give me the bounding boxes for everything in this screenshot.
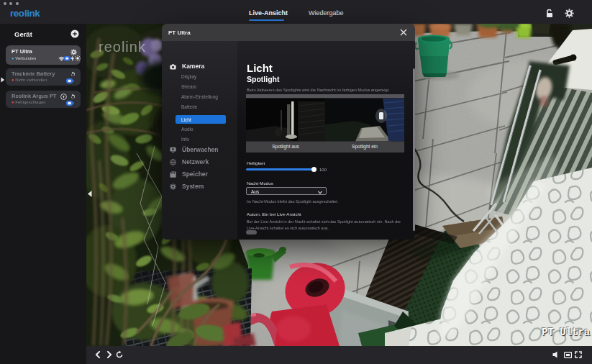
svg-text:Spotlight ein: Spotlight ein — [352, 144, 378, 150]
svg-text:Spotlight aus: Spotlight aus — [272, 144, 299, 150]
